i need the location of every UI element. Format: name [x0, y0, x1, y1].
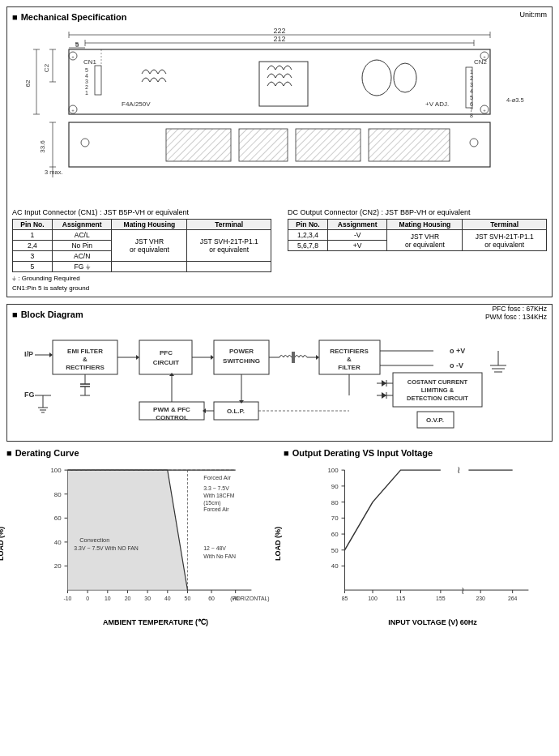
- svg-text:6: 6: [470, 101, 473, 107]
- svg-text:40: 40: [54, 539, 62, 546]
- svg-text:5: 5: [470, 95, 473, 100]
- svg-text:40: 40: [164, 596, 171, 601]
- derating-left-svg: 100 80 60 40 20 -10 0 10 20: [36, 461, 275, 615]
- svg-text:1: 1: [470, 69, 473, 75]
- derating-left: Derating Curve LOAD (%) 100 80 60 40: [6, 448, 275, 626]
- derating-left-x-label: AMBIENT TEMPERATURE (℃): [36, 618, 275, 626]
- dc-connector-group: DC Output Connector (CN2) : JST B8P-VH o…: [288, 208, 547, 292]
- svg-text:3 max.: 3 max.: [45, 169, 63, 176]
- svg-text:155: 155: [436, 596, 446, 601]
- connector-section: AC Input Connector (CN1) : JST B5P-VH or…: [12, 208, 547, 292]
- svg-text:3.3 ~ 7.5V: 3.3 ~ 7.5V: [203, 485, 229, 491]
- svg-text:≀: ≀: [461, 585, 465, 596]
- svg-text:&: &: [347, 356, 352, 363]
- dc-header-assignment: Assignment: [327, 220, 387, 230]
- ac-header-housing: Mating Housing: [112, 220, 187, 230]
- svg-text:(15cm): (15cm): [203, 500, 220, 506]
- svg-text:5: 5: [75, 41, 79, 49]
- svg-text:10: 10: [105, 596, 111, 601]
- svg-text:EMI FILTER: EMI FILTER: [67, 348, 103, 355]
- svg-text:3.3V ~ 7.5V With NO FAN: 3.3V ~ 7.5V With NO FAN: [74, 545, 138, 551]
- svg-marker-167: [67, 470, 187, 590]
- svg-text:100: 100: [368, 596, 378, 601]
- derating-right-x-label: INPUT VOLTAGE (V) 60Hz: [313, 618, 553, 626]
- svg-text:100: 100: [327, 467, 339, 474]
- svg-marker-113: [382, 380, 386, 387]
- derating-section: Derating Curve LOAD (%) 100 80 60 40: [6, 448, 553, 626]
- svg-text:3: 3: [85, 79, 88, 84]
- ac-header-pinno: Pin No.: [13, 220, 53, 230]
- derating-right-svg: 100 90 80 70 60 50 40 85 100: [313, 461, 553, 615]
- svg-text:I/P: I/P: [24, 350, 33, 358]
- dc-connector-title: DC Output Connector (CN2) : JST B8P-VH o…: [288, 208, 547, 216]
- svg-text:85: 85: [342, 596, 348, 601]
- mechanical-spec-section: Mechanical Specification Unit:mm 222 212…: [6, 6, 553, 297]
- svg-marker-85: [136, 355, 139, 360]
- svg-marker-68: [49, 352, 53, 357]
- svg-text:1: 1: [85, 90, 88, 96]
- svg-text:212: 212: [273, 35, 285, 43]
- svg-text:Convection: Convection: [79, 536, 109, 544]
- dc-header-terminal: Terminal: [463, 220, 547, 230]
- svg-point-61: [81, 139, 89, 147]
- svg-text:4: 4: [85, 73, 88, 79]
- svg-text:50: 50: [331, 547, 339, 554]
- svg-text:7: 7: [470, 107, 473, 113]
- svg-text:≀: ≀: [457, 464, 461, 476]
- svg-point-62: [470, 139, 478, 147]
- svg-text:4: 4: [470, 88, 473, 94]
- svg-text:115: 115: [396, 596, 406, 601]
- svg-text:33.6: 33.6: [39, 140, 46, 153]
- svg-text:PFC: PFC: [160, 349, 173, 357]
- table-row: 1 AC/L JST VHRor equivalent JST SVH-21T-…: [13, 230, 271, 241]
- svg-point-37: [394, 63, 416, 92]
- svg-text:O.L.P.: O.L.P.: [227, 408, 245, 415]
- block-diagram-header: Block Diagram: [12, 310, 547, 319]
- svg-text:With No FAN: With No FAN: [203, 553, 236, 559]
- mechanical-spec-header: Mechanical Specification: [12, 12, 547, 22]
- svg-rect-57: [166, 129, 231, 161]
- svg-text:50: 50: [185, 596, 191, 601]
- svg-text:60: 60: [331, 531, 339, 538]
- ac-header-assignment: Assignment: [52, 220, 112, 230]
- svg-text:20: 20: [54, 562, 62, 570]
- svg-text:RECTIFIERS: RECTIFIERS: [66, 364, 105, 371]
- svg-rect-59: [296, 129, 361, 161]
- ac-connector-table: Pin No. Assignment Mating Housing Termin…: [12, 219, 271, 272]
- ac-note2: CN1:Pin 5 is safety ground: [12, 284, 271, 292]
- svg-text:Forced Air: Forced Air: [203, 506, 229, 512]
- svg-text:80: 80: [54, 491, 62, 498]
- svg-text:With 18CFM: With 18CFM: [203, 493, 235, 498]
- svg-text:CN2: CN2: [474, 58, 488, 66]
- table-row: 5 FG ⏚: [13, 262, 271, 272]
- svg-text:CIRCUIT: CIRCUIT: [153, 359, 180, 366]
- svg-text:60: 60: [208, 596, 215, 601]
- svg-text:C2: C2: [43, 63, 50, 72]
- svg-text:60: 60: [54, 515, 62, 522]
- svg-text:230: 230: [476, 596, 485, 601]
- svg-marker-115: [382, 392, 386, 399]
- svg-text:PWM & PFC: PWM & PFC: [153, 406, 190, 413]
- svg-text:5: 5: [85, 67, 88, 73]
- svg-text:2: 2: [85, 84, 88, 90]
- block-diagram-section: Block Diagram PFC fosc : 67KHz PWM fosc …: [6, 304, 553, 442]
- dc-header-housing: Mating Housing: [387, 220, 463, 230]
- svg-text:CN1: CN1: [83, 58, 97, 66]
- dc-connector-table: Pin No. Assignment Mating Housing Termin…: [288, 219, 547, 251]
- svg-text:62: 62: [24, 79, 32, 87]
- svg-text:2: 2: [470, 75, 473, 81]
- svg-text:100: 100: [50, 467, 62, 474]
- fosc-label: PFC fosc : 67KHz PWM fosc : 134KHz: [485, 305, 547, 321]
- svg-text:222: 222: [273, 27, 285, 35]
- svg-text:FG: FG: [24, 391, 35, 399]
- svg-point-36: [362, 60, 391, 96]
- svg-text:0: 0: [86, 596, 89, 601]
- block-diagram-content: I/P FG EMI FILTER & RECTIFIERS: [12, 322, 547, 436]
- svg-rect-86: [139, 340, 192, 374]
- ac-connector-group: AC Input Connector (CN1) : JST B5P-VH or…: [12, 208, 271, 292]
- svg-text:O.V.P.: O.V.P.: [426, 416, 444, 424]
- derating-right-chart-wrapper: LOAD (%) 100 90 80 70 60 50: [284, 461, 553, 626]
- svg-text:12 ~ 48V: 12 ~ 48V: [203, 545, 226, 551]
- svg-text:264: 264: [508, 596, 518, 601]
- svg-text:8: 8: [470, 113, 473, 118]
